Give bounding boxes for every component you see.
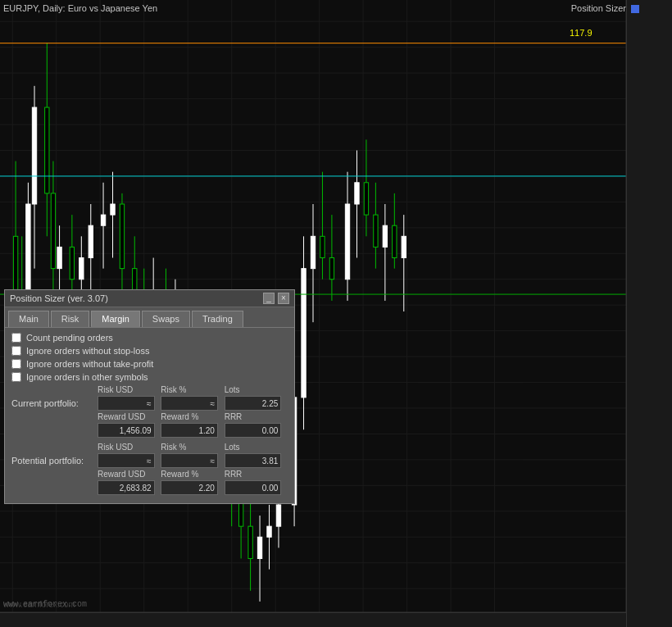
- potential-lots-cell: [225, 453, 288, 468]
- current-portfolio-data-row: Current portfolio:: [11, 396, 288, 411]
- current-rrr-header: RRR: [225, 412, 288, 421]
- price-axis: [626, 0, 672, 627]
- current-reward-col-headers: Reward USD Reward % RRR: [11, 412, 288, 421]
- tab-bar: Main Risk Margin Swaps Trading: [5, 307, 294, 328]
- checkbox-ignore-no-sl-input[interactable]: [11, 346, 21, 356]
- current-reward-usd-cell: [98, 423, 161, 438]
- potential-lots-header: Lots: [225, 443, 288, 452]
- potential-reward-usd-header: Reward USD: [98, 470, 161, 479]
- potential-reward-pct-cell: [161, 480, 224, 495]
- panel-titlebar[interactable]: Position Sizer (ver. 3.07) _ ×: [5, 290, 294, 307]
- empty-col: [11, 385, 98, 394]
- potential-rrr-input[interactable]: [225, 480, 282, 495]
- checkbox-count-pending: Count pending orders: [11, 333, 288, 343]
- current-portfolio-label: Current portfolio:: [11, 398, 98, 408]
- current-portfolio-section: Risk USD Risk % Lots Current portfolio:: [11, 385, 288, 495]
- checkbox-ignore-no-sl-label: Ignore orders without stop-loss: [26, 346, 149, 356]
- tab-margin[interactable]: Margin: [91, 311, 140, 327]
- current-reward-data-row: [11, 423, 288, 438]
- potential-risk-usd-cell: [98, 453, 161, 468]
- checkbox-ignore-other-label: Ignore orders in other symbols: [26, 372, 148, 382]
- position-sizer-panel: Position Sizer (ver. 3.07) _ × Main Risk…: [4, 289, 295, 504]
- empty-col2: [11, 412, 98, 421]
- close-button[interactable]: ×: [278, 293, 289, 304]
- position-sizer-header-label: Position Sizer: [571, 3, 639, 13]
- panel-content: Count pending orders Ignore orders witho…: [5, 328, 294, 503]
- chart-title: EURJPY, Daily: Euro vs Japanese Yen: [3, 3, 157, 13]
- tab-main[interactable]: Main: [8, 311, 49, 327]
- current-risk-pct-header: Risk %: [161, 385, 224, 394]
- checkbox-count-pending-label: Count pending orders: [26, 333, 113, 343]
- potential-reward-col-headers: Reward USD Reward % RRR: [11, 470, 288, 479]
- tab-trading[interactable]: Trading: [192, 311, 243, 327]
- potential-risk-usd-header: Risk USD: [98, 443, 161, 452]
- potential-risk-pct-input[interactable]: [161, 453, 218, 468]
- potential-reward-pct-header: Reward %: [161, 470, 224, 479]
- potential-reward-pct-input[interactable]: [161, 480, 218, 495]
- potential-rrr-header: RRR: [225, 470, 288, 479]
- potential-portfolio-label: Potential portfolio:: [11, 456, 98, 466]
- minimize-button[interactable]: _: [263, 293, 275, 304]
- potential-reward-data-row: [11, 480, 288, 495]
- potential-reward-usd-input[interactable]: [98, 480, 155, 495]
- current-risk-usd-header: Risk USD: [98, 385, 161, 394]
- checkbox-ignore-no-tp-input[interactable]: [11, 359, 21, 369]
- current-risk-usd-input[interactable]: [98, 396, 155, 411]
- checkbox-count-pending-input[interactable]: [11, 333, 21, 343]
- current-reward-usd-input[interactable]: [98, 423, 155, 438]
- potential-portfolio-col-headers: Risk USD Risk % Lots: [11, 443, 288, 452]
- checkbox-ignore-no-tp-label: Ignore orders without take-profit: [26, 359, 153, 369]
- empty-col5: [11, 470, 98, 479]
- current-reward-usd-header: Reward USD: [98, 412, 161, 421]
- tab-risk[interactable]: Risk: [51, 311, 89, 327]
- checkbox-ignore-no-tp: Ignore orders without take-profit: [11, 359, 288, 369]
- current-risk-usd-cell: [98, 396, 161, 411]
- position-sizer-icon: [631, 5, 639, 13]
- potential-risk-pct-cell: [161, 453, 224, 468]
- panel-controls: _ ×: [263, 293, 289, 304]
- current-reward-pct-header: Reward %: [161, 412, 224, 421]
- current-risk-pct-cell: [161, 396, 224, 411]
- time-axis: [0, 612, 626, 627]
- current-lots-header: Lots: [225, 385, 288, 394]
- potential-portfolio-data-row: Potential portfolio:: [11, 453, 288, 468]
- panel-title: Position Sizer (ver. 3.07): [10, 293, 108, 303]
- current-portfolio-col-headers: Risk USD Risk % Lots: [11, 385, 288, 394]
- checkbox-ignore-no-sl: Ignore orders without stop-loss: [11, 346, 288, 356]
- checkbox-ignore-other-input[interactable]: [11, 372, 21, 382]
- current-lots-input[interactable]: [225, 396, 282, 411]
- potential-lots-input[interactable]: [225, 453, 282, 468]
- tab-swaps[interactable]: Swaps: [142, 311, 190, 327]
- current-rrr-cell: [225, 423, 288, 438]
- watermark: www.earnforex.com: [3, 600, 87, 609]
- current-lots-cell: [225, 396, 288, 411]
- potential-reward-usd-cell: [98, 480, 161, 495]
- current-rrr-input[interactable]: [225, 423, 282, 438]
- potential-rrr-cell: [225, 480, 288, 495]
- current-reward-pct-cell: [161, 423, 224, 438]
- checkbox-ignore-other: Ignore orders in other symbols: [11, 372, 288, 382]
- potential-risk-pct-header: Risk %: [161, 443, 224, 452]
- current-risk-pct-input[interactable]: [161, 396, 218, 411]
- current-reward-pct-input[interactable]: [161, 423, 218, 438]
- potential-risk-usd-input[interactable]: [98, 453, 155, 468]
- empty-col4: [11, 443, 98, 452]
